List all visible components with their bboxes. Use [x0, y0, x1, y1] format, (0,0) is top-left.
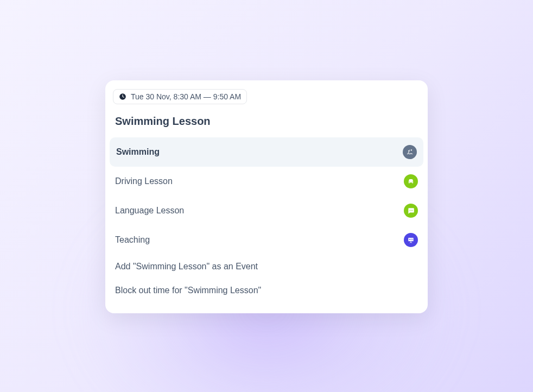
- clock-icon: [119, 93, 126, 100]
- option-label: Swimming: [116, 147, 160, 157]
- option-language[interactable]: Language Lesson: [105, 196, 428, 225]
- option-driving[interactable]: Driving Lesson: [105, 167, 428, 196]
- option-teaching[interactable]: Teaching: [105, 225, 428, 255]
- option-label: Language Lesson: [115, 206, 184, 216]
- car-icon: [404, 174, 418, 188]
- svg-rect-9: [411, 239, 413, 239]
- svg-point-5: [411, 210, 411, 211]
- svg-point-1: [411, 149, 412, 150]
- event-title: Swimming Lesson: [115, 115, 428, 128]
- svg-point-8: [409, 239, 410, 240]
- option-swimming[interactable]: Swimming: [110, 137, 423, 167]
- option-label: Driving Lesson: [115, 176, 173, 186]
- presentation-icon: [404, 233, 418, 247]
- svg-point-2: [409, 181, 410, 182]
- datetime-badge: Tue 30 Nov, 8:30 AM — 9:50 AM: [113, 89, 247, 104]
- options-list: Swimming Driving Lesson Lang: [105, 137, 428, 302]
- option-label: Teaching: [115, 235, 150, 245]
- svg-rect-10: [411, 239, 413, 240]
- add-event-action[interactable]: Add "Swimming Lesson" as an Event: [105, 255, 428, 279]
- swimming-icon: [403, 145, 417, 159]
- event-creation-card: Tue 30 Nov, 8:30 AM — 9:50 AM Swimming L…: [105, 80, 428, 313]
- block-time-action[interactable]: Block out time for "Swimming Lesson": [105, 279, 428, 302]
- svg-rect-7: [408, 238, 413, 241]
- svg-point-6: [412, 210, 413, 211]
- chat-icon: [404, 204, 418, 218]
- datetime-text: Tue 30 Nov, 8:30 AM — 9:50 AM: [131, 92, 241, 101]
- svg-point-4: [410, 210, 410, 211]
- svg-point-3: [412, 181, 413, 182]
